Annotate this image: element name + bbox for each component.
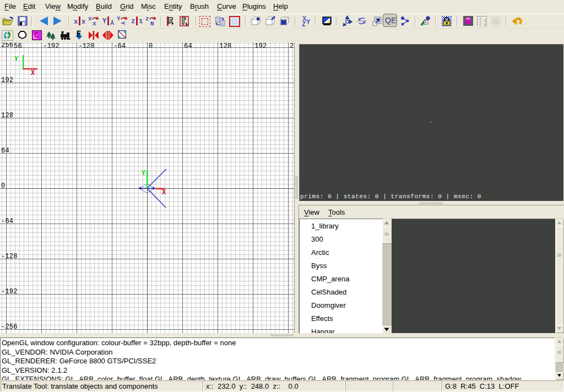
svg-text:Y: Y (142, 170, 146, 177)
svg-text:X: X (162, 189, 166, 197)
